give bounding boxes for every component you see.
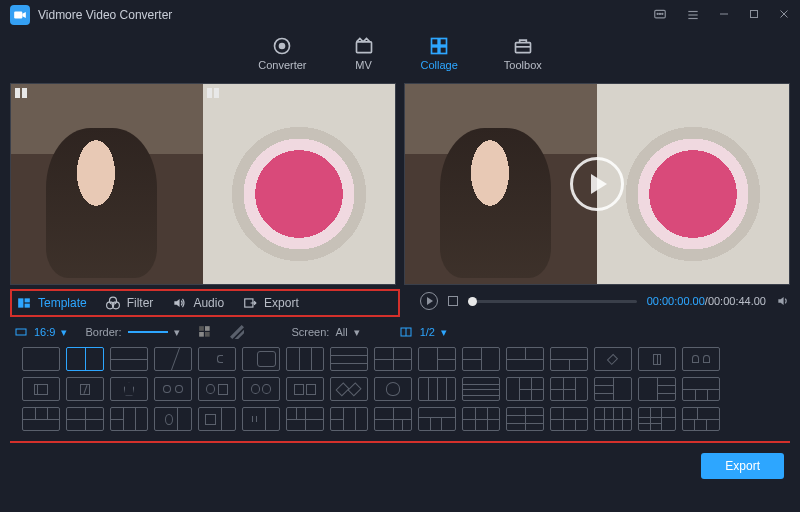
template-button[interactable]: Template: [16, 296, 87, 310]
template-item[interactable]: [594, 347, 632, 371]
template-item[interactable]: [154, 347, 192, 371]
stage: [0, 79, 800, 285]
border-pattern-picker[interactable]: [230, 325, 244, 339]
tab-label: Toolbox: [504, 59, 542, 71]
screen-selector[interactable]: Screen: All ▾: [292, 326, 360, 339]
svg-rect-29: [205, 332, 210, 337]
template-item[interactable]: [594, 407, 632, 431]
template-item[interactable]: [418, 407, 456, 431]
screen-label: Screen:: [292, 326, 330, 338]
svg-rect-28: [199, 332, 204, 337]
template-item[interactable]: [638, 347, 676, 371]
svg-rect-16: [440, 39, 447, 46]
template-item[interactable]: [418, 377, 456, 401]
template-item[interactable]: [638, 377, 676, 401]
menu-icon[interactable]: [686, 8, 700, 22]
template-item[interactable]: [682, 407, 720, 431]
svg-rect-18: [440, 47, 447, 54]
filter-button[interactable]: Filter: [105, 296, 154, 310]
svg-point-13: [280, 44, 285, 49]
collage-canvas[interactable]: [10, 83, 396, 285]
template-item[interactable]: [198, 377, 236, 401]
export-tab-button[interactable]: Export: [242, 296, 299, 310]
tab-mv[interactable]: MV: [353, 36, 375, 71]
footer: Export: [0, 443, 800, 489]
volume-icon[interactable]: [776, 294, 790, 308]
template-item[interactable]: [330, 407, 368, 431]
border-label: Border:: [85, 326, 121, 338]
player-controls: 00:00:00.00/00:00:44.00: [410, 285, 800, 317]
border-color-picker[interactable]: [198, 325, 212, 339]
template-item[interactable]: [374, 407, 412, 431]
audio-button[interactable]: Audio: [171, 296, 224, 310]
button-label: Audio: [193, 296, 224, 310]
seek-slider[interactable]: [468, 300, 637, 303]
tab-label: Converter: [258, 59, 306, 71]
template-item[interactable]: [22, 347, 60, 371]
screen-value: All: [335, 326, 347, 338]
feedback-icon[interactable]: [652, 8, 668, 22]
border-selector[interactable]: Border: ▾: [85, 326, 179, 339]
export-button[interactable]: Export: [701, 453, 784, 479]
template-item[interactable]: [418, 347, 456, 371]
template-item[interactable]: [506, 407, 544, 431]
aspect-value: 16:9: [34, 326, 55, 338]
svg-rect-17: [432, 47, 439, 54]
template-item[interactable]: [110, 347, 148, 371]
template-item[interactable]: [594, 377, 632, 401]
button-label: Export: [264, 296, 299, 310]
stop-button[interactable]: [448, 296, 458, 306]
play-button[interactable]: [420, 292, 438, 310]
preview-play-button[interactable]: [570, 157, 624, 211]
template-item[interactable]: [286, 377, 324, 401]
svg-rect-23: [25, 304, 30, 308]
template-item[interactable]: [506, 377, 544, 401]
template-item[interactable]: [110, 407, 148, 431]
template-item[interactable]: [286, 407, 324, 431]
template-item[interactable]: [66, 407, 104, 431]
template-item[interactable]: [550, 377, 588, 401]
template-item[interactable]: [638, 407, 676, 431]
template-item[interactable]: [374, 377, 412, 401]
template-item[interactable]: [242, 377, 280, 401]
maximize-icon[interactable]: [748, 8, 760, 22]
tab-toolbox[interactable]: Toolbox: [504, 36, 542, 71]
template-item[interactable]: [550, 347, 588, 371]
template-item[interactable]: [154, 377, 192, 401]
svg-rect-0: [14, 12, 22, 19]
template-item[interactable]: [66, 377, 104, 401]
template-item[interactable]: [330, 377, 368, 401]
collage-slot-2[interactable]: [203, 84, 395, 284]
template-item[interactable]: [242, 347, 280, 371]
template-item[interactable]: [462, 407, 500, 431]
svg-point-2: [657, 13, 658, 14]
svg-rect-14: [356, 42, 371, 53]
template-item[interactable]: [506, 347, 544, 371]
template-item[interactable]: [682, 347, 720, 371]
template-item[interactable]: [198, 407, 236, 431]
template-item[interactable]: [550, 407, 588, 431]
tab-collage[interactable]: Collage: [421, 36, 458, 71]
template-item[interactable]: [154, 407, 192, 431]
template-item[interactable]: [110, 377, 148, 401]
template-item[interactable]: [242, 407, 280, 431]
collage-slot-1[interactable]: [11, 84, 203, 284]
tab-converter[interactable]: Converter: [258, 36, 306, 71]
template-item[interactable]: [22, 377, 60, 401]
template-item[interactable]: [682, 377, 720, 401]
split-selector[interactable]: 1/2 ▾: [398, 326, 447, 339]
aspect-ratio-selector[interactable]: 16:9 ▾: [14, 326, 67, 339]
tab-label: Collage: [421, 59, 458, 71]
minimize-icon[interactable]: [718, 8, 730, 22]
template-item[interactable]: [462, 347, 500, 371]
template-item[interactable]: [330, 347, 368, 371]
close-icon[interactable]: [778, 8, 790, 22]
template-item[interactable]: [286, 347, 324, 371]
template-item[interactable]: [22, 407, 60, 431]
template-item[interactable]: [66, 347, 104, 371]
svg-point-3: [659, 13, 660, 14]
template-item[interactable]: [198, 347, 236, 371]
svg-rect-26: [199, 326, 204, 331]
template-item[interactable]: [462, 377, 500, 401]
template-item[interactable]: [374, 347, 412, 371]
